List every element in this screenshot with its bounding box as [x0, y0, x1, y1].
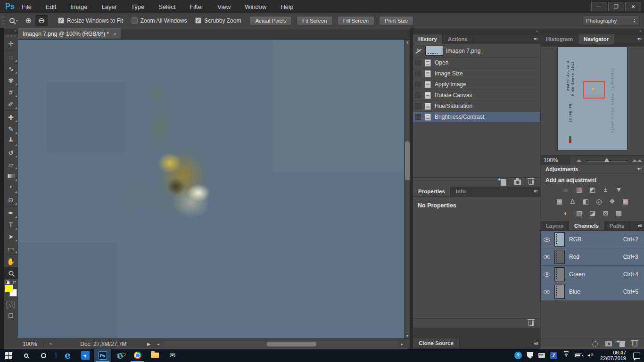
- history-state-row[interactable]: Apply Image: [413, 79, 540, 90]
- menu-file[interactable]: File: [22, 3, 32, 10]
- history-brush-tool[interactable]: ↺: [4, 147, 18, 158]
- move-tool[interactable]: ✛: [4, 38, 18, 49]
- channel-mixer-icon[interactable]: ❖: [607, 197, 618, 206]
- menu-help[interactable]: Help: [281, 3, 293, 10]
- close-button[interactable]: ✕: [625, 2, 641, 11]
- quick-selection-tool[interactable]: ✾: [4, 74, 18, 86]
- menu-window[interactable]: Window: [245, 3, 266, 10]
- delete-icon[interactable]: [528, 321, 534, 326]
- taskbar-photoshop-button[interactable]: Ps: [94, 349, 111, 362]
- history-brush-source-icon[interactable]: ✎: [415, 48, 422, 54]
- brightness-contrast-icon[interactable]: ☼: [561, 185, 571, 194]
- tab-actions[interactable]: Actions: [443, 34, 473, 44]
- eraser-tool[interactable]: ▱: [4, 158, 18, 170]
- tab-channels[interactable]: Channels: [569, 221, 604, 230]
- swap-colors-icon[interactable]: ⇄: [12, 280, 16, 284]
- status-zoom-field[interactable]: 100%: [18, 341, 41, 347]
- levels-icon[interactable]: ▥: [574, 185, 585, 194]
- save-selection-icon[interactable]: [605, 341, 612, 346]
- defender-tray-icon[interactable]: [527, 352, 533, 359]
- document-tab[interactable]: Imagen 7.png @ 100% (RGB/8*) * ×: [18, 28, 121, 39]
- taskbar-file-explorer-button[interactable]: [146, 349, 164, 362]
- wifi-tray-icon[interactable]: [562, 353, 570, 358]
- start-button[interactable]: [0, 349, 17, 362]
- new-channel-icon[interactable]: [619, 341, 625, 347]
- tools-grip[interactable]: [6, 35, 16, 37]
- panel-menu-icon[interactable]: ▾≡: [534, 341, 538, 346]
- panel-menu-icon[interactable]: ▾≡: [534, 189, 538, 194]
- history-state-row[interactable]: Rotate Canvas: [413, 90, 540, 101]
- navigator-zoom-field[interactable]: 100%: [541, 156, 570, 165]
- help-tray-icon[interactable]: ?: [514, 352, 522, 359]
- scroll-right-icon[interactable]: ▸: [401, 342, 403, 346]
- battery-tray-icon[interactable]: [575, 354, 582, 357]
- panel-menu-icon[interactable]: ▾≡: [637, 166, 642, 172]
- current-tool-indicator[interactable]: ▾: [8, 18, 22, 23]
- menu-select[interactable]: Select: [158, 3, 175, 10]
- zoom-all-windows-checkbox[interactable]: Zoom All Windows: [132, 17, 187, 24]
- brush-tool[interactable]: ✎: [4, 123, 18, 135]
- taskbar-mail-button[interactable]: ✉: [164, 349, 181, 362]
- action-center-icon[interactable]: [633, 353, 640, 359]
- fit-screen-button[interactable]: Fit Screen: [297, 16, 332, 25]
- pen-tool[interactable]: ✒: [4, 207, 18, 219]
- threshold-icon[interactable]: ◪: [587, 209, 598, 217]
- menu-edit[interactable]: Edit: [46, 3, 56, 10]
- adjustments-tab[interactable]: Adjustments: [541, 166, 578, 172]
- channel-row-blue[interactable]: Blue Ctrl+5: [541, 283, 644, 301]
- channel-row-rgb[interactable]: RGB Ctrl+2: [541, 231, 644, 248]
- panel-menu-icon[interactable]: ▾≡: [534, 36, 538, 41]
- tools-collapse-button[interactable]: »: [4, 28, 18, 34]
- z-app-tray-icon[interactable]: Z: [550, 352, 557, 359]
- invert-icon[interactable]: ◐: [561, 209, 571, 217]
- hand-tool[interactable]: ✋: [4, 255, 18, 267]
- actual-pixels-button[interactable]: Actual Pixels: [249, 16, 292, 25]
- marquee-tool[interactable]: ◌: [4, 51, 18, 63]
- visibility-eye-icon[interactable]: [544, 238, 550, 242]
- scroll-left-icon[interactable]: ◂: [157, 342, 159, 346]
- taskbar-chrome-button[interactable]: [129, 349, 146, 362]
- vibrance-icon[interactable]: ▼: [613, 185, 624, 194]
- menu-view[interactable]: View: [217, 3, 231, 10]
- gradient-map-icon[interactable]: ▩: [613, 209, 624, 217]
- history-state-row-selected[interactable]: Brightness/Contrast: [413, 112, 540, 123]
- horizontal-scrollbar-thumb[interactable]: [267, 342, 316, 346]
- tab-histogram[interactable]: Histogram: [541, 34, 578, 44]
- history-source-checkbox[interactable]: [415, 103, 421, 109]
- tab-info[interactable]: Info: [451, 187, 471, 196]
- workspace-selector[interactable]: Photography ▲▼: [583, 16, 639, 25]
- hue-saturation-icon[interactable]: ▤: [554, 197, 565, 206]
- history-state-row[interactable]: Open: [413, 58, 540, 68]
- screen-mode-button[interactable]: ❐: [4, 313, 18, 319]
- menu-image[interactable]: Image: [70, 3, 87, 10]
- taskbar-launcher-button[interactable]: ➤: [76, 349, 94, 362]
- resize-windows-checkbox[interactable]: ✓ Resize Windows to Fit: [58, 17, 123, 24]
- scrubby-zoom-checkbox[interactable]: ✓ Scrubby Zoom: [195, 17, 241, 24]
- path-selection-tool[interactable]: ➤: [4, 230, 18, 242]
- menu-type[interactable]: Type: [131, 3, 144, 10]
- taskbar-edge-button[interactable]: e: [59, 349, 76, 362]
- spot-healing-tool[interactable]: ✚: [4, 111, 18, 123]
- history-source-checkbox[interactable]: [415, 71, 421, 76]
- visibility-eye-icon[interactable]: [544, 255, 550, 259]
- lasso-tool[interactable]: ∿: [4, 63, 18, 74]
- tab-layers[interactable]: Layers: [541, 221, 569, 230]
- rectangle-tool[interactable]: ▭: [4, 242, 18, 254]
- options-bar-grip[interactable]: [1, 15, 5, 27]
- dodge-tool[interactable]: ⊙: [4, 194, 18, 206]
- new-snapshot-icon[interactable]: [514, 180, 521, 185]
- vertical-scrollbar[interactable]: ▴ ▾: [404, 40, 410, 338]
- volume-muted-tray-icon[interactable]: [587, 353, 595, 358]
- posterize-icon[interactable]: ▨: [574, 209, 585, 217]
- selective-color-icon[interactable]: ⊠: [600, 209, 611, 217]
- printer-tray-icon[interactable]: [538, 353, 545, 358]
- history-state-row[interactable]: Hue/Saturation: [413, 101, 540, 112]
- channel-row-green[interactable]: Green Ctrl+4: [541, 266, 644, 283]
- menu-layer[interactable]: Layer: [102, 3, 117, 10]
- tab-paths[interactable]: Paths: [604, 221, 630, 230]
- minimize-button[interactable]: ─: [591, 2, 607, 11]
- history-source-checkbox[interactable]: [415, 114, 421, 120]
- photo-filter-icon[interactable]: ◎: [594, 197, 604, 206]
- zoom-in-button[interactable]: ⊕: [22, 15, 34, 26]
- navigator-zoom-slider[interactable]: [586, 160, 627, 161]
